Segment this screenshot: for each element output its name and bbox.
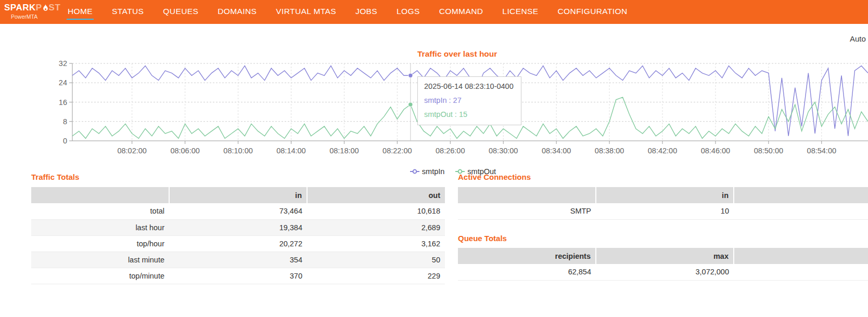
x-tick-label: 08:06:00 [170,147,199,155]
column-header [458,187,596,203]
table-cell: 2,689 [307,219,445,235]
y-tick-label: 32 [59,59,67,68]
column-header: in [596,187,734,203]
table-row: top/minute370229 [31,268,445,284]
chart-legend: smtpInsmtpOut [0,167,868,176]
column-header: max [596,248,734,264]
x-tick-label: 08:30:00 [489,147,518,155]
table-cell: last hour [31,219,169,235]
column-header: recipients [458,248,596,264]
nav-item-home[interactable]: HOME [67,5,94,20]
logo-p-text: P [36,3,42,13]
sparkpost-logo[interactable]: SPARKPST PowerMTA [4,3,60,20]
table-row: SMTP10 [458,203,868,219]
flame-icon [43,4,48,12]
table-cell: 3,162 [307,235,445,252]
table-cell: top/minute [31,268,169,284]
table-cell: top/hour [31,235,169,252]
nav-item-logs[interactable]: LOGS [395,5,421,20]
x-tick-label: 08:54:00 [807,147,836,155]
nav-item-domains[interactable]: DOMAINS [216,5,258,20]
active-connections-heading: Active Connections [458,173,531,181]
legend-marker-icon [410,168,420,175]
table-cell: total [31,203,169,219]
table-row: last hour19,3842,689 [31,219,445,235]
auto-refresh-control[interactable]: Auto Refresh [850,34,868,43]
y-tick-label: 16 [59,98,67,107]
chart-tooltip: 2025-06-14 08:23:10-0400 smtpIn : 27smtp… [417,76,521,125]
column-header [734,187,868,203]
nav-item-license[interactable]: LICENSE [501,5,539,20]
x-tick-label: 08:34:00 [542,147,571,155]
nav-item-queues[interactable]: QUEUES [162,5,199,20]
table-row: top/hour20,2723,162 [31,235,445,252]
nav-item-virtual-mtas[interactable]: VIRTUAL MTAS [275,5,337,20]
powermta-dashboard: SPARKPST PowerMTA HOMESTATUSQUEUESDOMAIN… [0,0,868,317]
queue-totals-table: recipientsmax62,8543,072,000 [458,248,868,281]
table-cell: 354 [169,252,307,268]
x-tick-label: 08:02:00 [117,147,146,155]
powermta-label: PowerMTA [11,14,60,20]
nav-items: HOMESTATUSQUEUESDOMAINSVIRTUAL MTASJOBSL… [67,0,629,24]
legend-label: smtpIn [422,167,445,176]
x-tick-label: 08:50:00 [754,147,783,155]
nav-item-configuration[interactable]: CONFIGURATION [557,5,629,20]
table-header-row: inout [31,187,445,203]
y-tick-label: 24 [59,78,67,87]
table-cell [734,203,868,219]
table-header-row: recipientsmax [458,248,868,264]
x-tick-label: 08:14:00 [276,147,305,155]
tooltip-timestamp: 2025-06-14 08:23:10-0400 [424,82,514,90]
x-tick-label: 08:18:00 [329,147,359,155]
nav-item-command[interactable]: COMMAND [438,5,484,20]
table-cell: 229 [307,268,445,284]
table-cell: 50 [307,252,445,268]
table-row: 62,8543,072,000 [458,264,868,280]
column-header [31,187,169,203]
active-dot-smtpOut [409,102,413,107]
active-dot-smtpIn [409,73,413,77]
table-cell: 73,464 [169,203,307,219]
traffic-totals-heading: Traffic Totals [31,173,79,181]
table-row: last minute35450 [31,252,445,268]
x-tick-label: 08:22:00 [382,147,412,155]
top-navbar: SPARKPST PowerMTA HOMESTATUSQUEUESDOMAIN… [0,0,868,24]
legend-item-smtpIn[interactable]: smtpIn [410,167,445,176]
x-tick-label: 08:46:00 [701,147,730,155]
table-cell: 3,072,000 [596,264,734,280]
y-tick-label: 8 [63,117,67,126]
tooltip-entry: smtpOut : 15 [424,110,514,118]
traffic-totals-table: inouttotal73,46410,618last hour19,3842,6… [31,187,445,284]
x-tick-label: 08:38:00 [595,147,624,155]
column-header: in [169,187,307,203]
table-cell: 20,272 [169,235,307,252]
logo-spark-text: SPARK [4,3,36,13]
table-header-row: in [458,187,868,203]
logo-wordmark: SPARKPST [4,3,60,13]
logo-st-text: ST [49,3,61,13]
nav-item-jobs[interactable]: JOBS [354,5,378,20]
table-cell: 10 [596,203,734,219]
table-cell: last minute [31,252,169,268]
table-cell: 370 [169,268,307,284]
table-cell [734,264,868,280]
x-tick-label: 08:26:00 [436,147,465,155]
column-header [734,248,868,264]
x-tick-label: 08:42:00 [648,147,677,155]
queue-totals-heading: Queue Totals [458,234,507,243]
tooltip-entry: smtpIn : 27 [424,96,514,104]
x-tick-label: 08:10:00 [223,147,252,155]
table-cell: 19,384 [169,219,307,235]
table-cell: SMTP [458,203,596,219]
table-cell: 10,618 [307,203,445,219]
column-header: out [307,187,445,203]
active-connections-table: inSMTP10 [458,187,868,220]
nav-item-status[interactable]: STATUS [111,5,145,20]
y-tick-label: 0 [63,137,67,145]
table-row: total73,46410,618 [31,203,445,219]
table-cell: 62,854 [458,264,596,280]
